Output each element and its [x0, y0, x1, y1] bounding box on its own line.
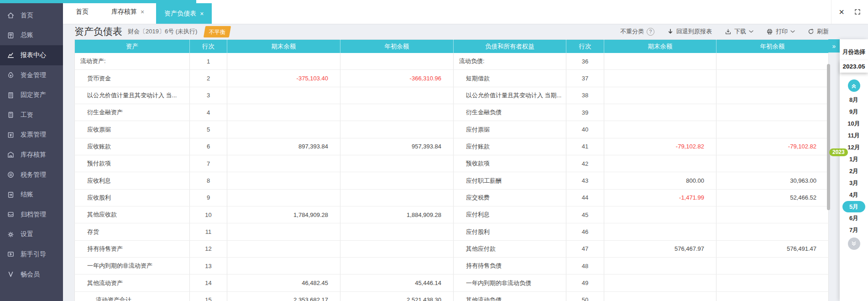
asset-beginning-balance-cell: 45,446.14 — [340, 275, 454, 291]
month-item-7[interactable]: 7月 — [842, 224, 865, 236]
sidebar-item-home[interactable]: 首页 — [0, 5, 63, 26]
liability-beginning-balance-cell: 30,963.00 — [716, 172, 829, 189]
current-period[interactable]: 2023.05 — [840, 60, 868, 73]
asset-name-cell: 应收票据 — [75, 121, 190, 138]
asset-beginning-balance-cell — [340, 53, 454, 70]
sidebar-item-play[interactable]: 新手引导 — [0, 244, 63, 264]
asset-name-cell: 其他应收款 — [75, 206, 190, 223]
fullscreen-icon[interactable] — [854, 9, 861, 15]
tab-0[interactable]: 首页 — [71, 0, 93, 24]
table-row: 流动资产合计152,353,682.172,521,438.30其他流动负债50 — [75, 291, 829, 301]
liability-name-cell: 应付股利 — [454, 223, 566, 240]
asset-ending-balance-cell: 46,482.45 — [227, 275, 340, 291]
sidebar-item-tax[interactable]: 税务管理 — [0, 165, 63, 185]
sidebar-item-funds[interactable]: 资金管理 — [0, 65, 63, 85]
month-item-10[interactable]: 10月 — [842, 118, 865, 130]
liability-ending-balance-cell — [604, 121, 716, 138]
liability-line-number-cell: 50 — [566, 291, 604, 301]
tax-icon — [6, 171, 15, 179]
liability-line-number-cell: 36 — [566, 53, 604, 70]
month-item-11[interactable]: 11月 — [842, 130, 865, 142]
liability-name-cell: 其他应付款 — [454, 240, 566, 257]
asset-line-number-cell: 11 — [190, 223, 227, 240]
collapse-panel-button[interactable]: » — [828, 39, 840, 53]
liability-ending-balance-cell: 576,467.97 — [604, 240, 716, 257]
table-row: 应收利息8应付职工薪酬43800.0030,963.00 — [75, 172, 829, 189]
sidebar-item-gear[interactable]: 设置 — [0, 225, 63, 245]
sidebar-item-label: 发票管理 — [21, 131, 46, 139]
month-item-5[interactable]: 5月 — [842, 201, 865, 212]
sidebar-item-vip[interactable]: 畅会员 — [0, 264, 63, 285]
liability-line-number-cell: 47 — [566, 240, 604, 257]
tab-close-icon[interactable]: × — [200, 11, 204, 17]
refresh-button[interactable]: 刷新 — [808, 27, 829, 36]
refresh-icon — [808, 28, 814, 35]
liability-beginning-balance-cell — [716, 223, 829, 240]
asset-line-number-cell: 9 — [190, 189, 227, 206]
month-item-9[interactable]: 9月 — [842, 106, 865, 118]
sidebar-item-ledger[interactable]: 总账 — [0, 26, 63, 46]
revert-report-button[interactable]: 回退到原报表 — [667, 27, 712, 36]
liability-beginning-balance-cell: 52,466.52 — [716, 189, 829, 206]
liability-name-cell: 短期借款 — [454, 70, 566, 87]
sidebar-item-report[interactable]: 报表中心 — [0, 45, 63, 65]
asset-beginning-balance-cell — [340, 104, 454, 121]
liability-name-cell: 流动负债: — [454, 53, 566, 70]
sidebar-item-archive[interactable]: 归档管理 — [0, 205, 63, 225]
month-item-4[interactable]: 4月 — [842, 189, 865, 201]
sidebar-item-calc[interactable]: 工资 — [0, 105, 63, 125]
double-chevron-right-icon: » — [832, 42, 836, 50]
liability-ending-balance-cell — [604, 87, 716, 104]
close-icon[interactable]: × — [839, 7, 844, 16]
liability-name-cell: 持有待售负债 — [454, 258, 566, 275]
asset-ending-balance-cell: 1,784,909.28 — [227, 206, 340, 223]
sidebar-item-book[interactable]: 结账 — [0, 185, 63, 205]
month-item-3[interactable]: 3月 — [842, 177, 865, 189]
page-header: 资产负债表 财会〔2019〕6号 (未执行) 不平衡 不重分类 ? 回退到原报表… — [63, 24, 868, 39]
asset-beginning-balance-cell — [340, 172, 454, 189]
sidebar-item-building[interactable]: 固定资产 — [0, 85, 63, 105]
liability-beginning-balance-cell: -79,102.82 — [716, 138, 829, 155]
liability-ending-balance-cell — [604, 291, 716, 301]
liability-line-number-cell: 39 — [566, 104, 604, 121]
sidebar-item-warehouse[interactable]: 库存核算 — [0, 145, 63, 165]
archive-icon — [6, 211, 15, 219]
asset-line-number-cell: 13 — [190, 258, 227, 275]
liability-ending-balance-cell — [604, 258, 716, 275]
column-header-3: 年初余额 — [340, 40, 454, 53]
liability-name-cell: 衍生金融负债 — [454, 104, 566, 121]
print-button[interactable]: 打印 — [766, 27, 795, 36]
tab-1[interactable]: 库存核算× — [107, 0, 149, 24]
vip-icon — [6, 270, 15, 279]
asset-line-number-cell: 7 — [190, 155, 227, 172]
month-item-6[interactable]: 6月 — [842, 212, 865, 224]
asset-ending-balance-cell: -375,103.40 — [227, 70, 340, 87]
asset-beginning-balance-cell: 957,393.84 — [340, 138, 454, 155]
tab-close-icon[interactable]: × — [141, 9, 144, 15]
help-icon[interactable]: ? — [647, 28, 654, 36]
scroll-months-up-button[interactable] — [848, 79, 860, 92]
balance-sheet-table: 资产行次期末余额年初余额负债和所有者权益行次期末余额年初余额 流动资产:1流动负… — [74, 39, 828, 301]
download-button[interactable]: 下载 — [725, 27, 753, 36]
unbalanced-badge: 不平衡 — [204, 26, 231, 37]
tab-2[interactable]: 资产负债表× — [156, 3, 212, 24]
sidebar-item-label: 畅会员 — [21, 270, 40, 279]
liability-beginning-balance-cell — [716, 155, 829, 172]
liability-ending-balance-cell: 800.00 — [604, 172, 716, 189]
liability-line-number-cell: 46 — [566, 223, 604, 240]
table-row: 应收账款6897,393.84957,393.84应付账款41-79,102.8… — [75, 138, 829, 155]
liability-beginning-balance-cell — [716, 87, 829, 104]
month-item-8[interactable]: 8月 — [842, 94, 865, 106]
sidebar-item-invoice[interactable]: 发票管理 — [0, 125, 63, 145]
no-reclassify-control[interactable]: 不重分类 ? — [620, 27, 654, 36]
liability-beginning-balance-cell — [716, 275, 829, 291]
table-header-row: 资产行次期末余额年初余额负债和所有者权益行次期末余额年初余额 — [75, 40, 829, 53]
month-item-2[interactable]: 2月 — [842, 165, 865, 177]
asset-line-number-cell: 14 — [190, 275, 227, 291]
scroll-months-down-button[interactable] — [848, 238, 860, 250]
liability-ending-balance-cell: -79,102.82 — [604, 138, 716, 155]
asset-ending-balance-cell — [227, 155, 340, 172]
vertical-scrollbar[interactable] — [827, 64, 830, 210]
asset-name-cell: 流动资产: — [75, 53, 190, 70]
printer-icon — [766, 28, 773, 35]
